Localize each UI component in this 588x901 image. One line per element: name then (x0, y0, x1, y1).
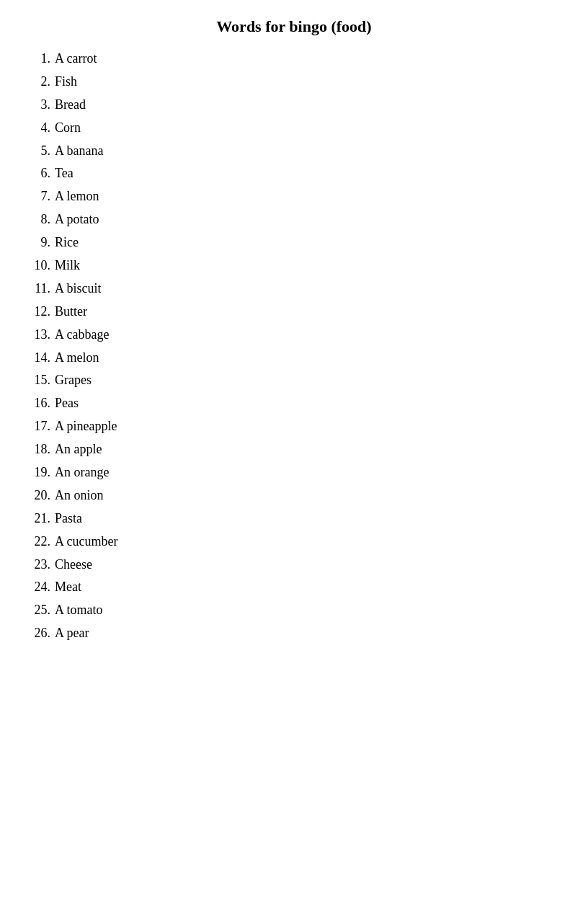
item-number: 4. (29, 118, 55, 138)
list-item: 21.Pasta (29, 509, 559, 529)
item-label: Butter (55, 302, 559, 322)
item-number: 14. (29, 348, 55, 368)
list-item: 18.An apple (29, 440, 559, 460)
item-number: 3. (29, 95, 55, 115)
item-number: 17. (29, 417, 55, 437)
item-number: 20. (29, 486, 55, 506)
item-number: 13. (29, 325, 55, 345)
item-number: 11. (29, 279, 55, 299)
list-item: 23.Cheese (29, 555, 559, 575)
item-number: 19. (29, 463, 55, 483)
item-label: A melon (55, 348, 559, 368)
item-label: An apple (55, 440, 559, 460)
item-label: Fish (55, 72, 559, 92)
item-label: Milk (55, 256, 559, 276)
item-number: 1. (29, 49, 55, 69)
item-label: A pear (55, 623, 559, 644)
item-number: 6. (29, 164, 55, 184)
item-number: 2. (29, 72, 55, 92)
item-number: 5. (29, 141, 55, 161)
item-label: Meat (55, 577, 559, 598)
list-item: 15.Grapes (29, 370, 559, 391)
list-item: 26.A pear (29, 623, 559, 644)
item-label: A potato (55, 210, 559, 230)
list-item: 14.A melon (29, 348, 559, 368)
item-label: A tomato (55, 600, 559, 621)
list-item: 17.A pineapple (29, 417, 559, 437)
list-item: 19.An orange (29, 463, 559, 483)
item-number: 15. (29, 370, 55, 391)
list-item: 16.Peas (29, 394, 559, 414)
item-label: An orange (55, 463, 559, 483)
item-label: A biscuit (55, 279, 559, 299)
list-item: 6.Tea (29, 164, 559, 184)
item-label: Peas (55, 394, 559, 414)
item-number: 23. (29, 555, 55, 575)
list-item: 25.A tomato (29, 600, 559, 621)
list-item: 13.A cabbage (29, 325, 559, 345)
item-label: Bread (55, 95, 559, 115)
list-item: 22.A cucumber (29, 532, 559, 552)
list-item: 5.A banana (29, 141, 559, 161)
item-number: 24. (29, 577, 55, 598)
item-number: 9. (29, 233, 55, 253)
item-label: Pasta (55, 509, 559, 529)
word-list: 1.A carrot2.Fish3.Bread4.Corn5.A banana6… (29, 49, 559, 644)
page-title: Words for bingo (food) (29, 17, 559, 36)
item-number: 7. (29, 187, 55, 207)
list-item: 9.Rice (29, 233, 559, 253)
list-item: 12.Butter (29, 302, 559, 322)
item-label: A cucumber (55, 532, 559, 552)
item-number: 18. (29, 440, 55, 460)
item-label: A carrot (55, 49, 559, 69)
item-number: 26. (29, 623, 55, 644)
item-label: A lemon (55, 187, 559, 207)
list-item: 8.A potato (29, 210, 559, 230)
item-label: Grapes (55, 370, 559, 391)
list-item: 1.A carrot (29, 49, 559, 69)
list-item: 2.Fish (29, 72, 559, 92)
item-number: 25. (29, 600, 55, 621)
item-label: A banana (55, 141, 559, 161)
list-item: 4.Corn (29, 118, 559, 138)
list-item: 7.A lemon (29, 187, 559, 207)
item-label: A pineapple (55, 417, 559, 437)
list-item: 24.Meat (29, 577, 559, 598)
item-label: Rice (55, 233, 559, 253)
item-label: Cheese (55, 555, 559, 575)
item-label: A cabbage (55, 325, 559, 345)
item-label: Corn (55, 118, 559, 138)
item-number: 10. (29, 256, 55, 276)
item-label: An onion (55, 486, 559, 506)
list-item: 3.Bread (29, 95, 559, 115)
item-number: 12. (29, 302, 55, 322)
list-item: 10.Milk (29, 256, 559, 276)
list-item: 11.A biscuit (29, 279, 559, 299)
item-number: 21. (29, 509, 55, 529)
list-item: 20.An onion (29, 486, 559, 506)
item-number: 16. (29, 394, 55, 414)
item-label: Tea (55, 164, 559, 184)
item-number: 22. (29, 532, 55, 552)
item-number: 8. (29, 210, 55, 230)
